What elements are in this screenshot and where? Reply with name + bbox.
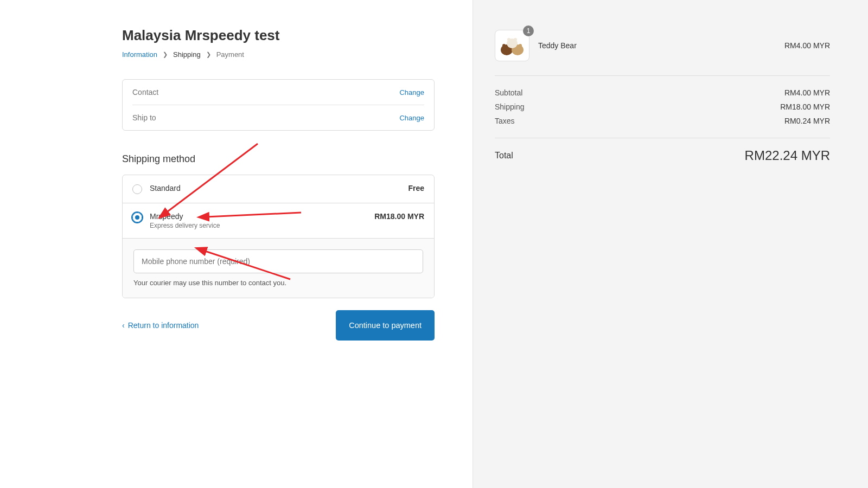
- breadcrumb-information[interactable]: Information: [122, 50, 157, 59]
- cart-item-name: Teddy Bear: [538, 41, 776, 50]
- grand-total-label: Total: [495, 151, 513, 160]
- shipping-option-standard[interactable]: Standard Free: [123, 175, 434, 203]
- change-shipto-link[interactable]: Change: [399, 114, 424, 122]
- breadcrumb-payment: Payment: [216, 50, 244, 59]
- shipping-options: Standard Free Mrspeedy Express delivery …: [122, 175, 435, 298]
- option-name-standard: Standard: [150, 184, 181, 192]
- breadcrumb: Information ❯ Shipping ❯ Payment: [122, 50, 435, 59]
- chevron-right-icon: ❯: [163, 51, 168, 58]
- radio-mrspeedy[interactable]: [132, 213, 142, 222]
- option-sub-mrspeedy: Express delivery service: [150, 222, 220, 229]
- shipto-row: Ship to Change: [132, 105, 424, 130]
- contact-label: Contact: [132, 88, 158, 97]
- grand-total-value: RM22.24 MYR: [745, 148, 830, 163]
- footer-nav: ‹ Return to information Continue to paym…: [122, 310, 435, 341]
- svg-point-6: [502, 44, 506, 47]
- phone-hint: Your courier may use this number to cont…: [133, 279, 423, 287]
- subtotal-value: RM4.00 MYR: [784, 88, 830, 97]
- phone-section: Your courier may use this number to cont…: [123, 238, 434, 298]
- order-summary-panel: 1 Teddy Bear RM4.00 MYR Subtotal RM4.00 …: [473, 0, 868, 488]
- cart-item: 1 Teddy Bear RM4.00 MYR: [495, 30, 830, 76]
- change-contact-link[interactable]: Change: [399, 88, 424, 97]
- svg-point-7: [519, 44, 522, 47]
- totals-block: Subtotal RM4.00 MYR Shipping RM18.00 MYR…: [495, 76, 830, 138]
- shipping-value: RM18.00 MYR: [780, 102, 830, 111]
- taxes-row: Taxes RM0.24 MYR: [495, 114, 830, 128]
- svg-point-8: [507, 38, 510, 41]
- cart-qty-badge: 1: [523, 25, 534, 36]
- option-name-mrspeedy: Mrspeedy: [150, 212, 220, 221]
- taxes-label: Taxes: [495, 117, 515, 125]
- shipping-method-title: Shipping method: [122, 153, 435, 165]
- continue-to-payment-button[interactable]: Continue to payment: [336, 310, 435, 341]
- product-thumbnail: 1: [495, 30, 529, 61]
- shipto-label: Ship to: [132, 113, 156, 122]
- contact-row: Contact Change: [132, 80, 424, 105]
- contact-ship-summary: Contact Change Ship to Change: [122, 79, 435, 131]
- return-label: Return to information: [128, 321, 199, 330]
- cart-item-price: RM4.00 MYR: [784, 41, 830, 50]
- taxes-value: RM0.24 MYR: [784, 117, 830, 125]
- svg-point-9: [514, 38, 517, 41]
- checkout-main-panel: Malaysia Mrspeedy test Information ❯ Shi…: [0, 0, 473, 488]
- chevron-right-icon: ❯: [206, 51, 211, 58]
- phone-input[interactable]: [133, 249, 423, 273]
- page-title: Malaysia Mrspeedy test: [122, 27, 435, 44]
- chevron-left-icon: ‹: [122, 321, 125, 330]
- shipping-option-mrspeedy[interactable]: Mrspeedy Express delivery service RM18.0…: [123, 203, 434, 238]
- breadcrumb-shipping: Shipping: [173, 50, 201, 59]
- subtotal-row: Subtotal RM4.00 MYR: [495, 86, 830, 100]
- subtotal-label: Subtotal: [495, 88, 522, 97]
- shipping-label: Shipping: [495, 102, 525, 111]
- radio-standard[interactable]: [132, 184, 142, 194]
- shipping-row: Shipping RM18.00 MYR: [495, 100, 830, 114]
- option-price-standard: Free: [408, 184, 424, 192]
- grand-total-row: Total RM22.24 MYR: [495, 138, 830, 163]
- return-to-information-link[interactable]: ‹ Return to information: [122, 321, 199, 330]
- option-price-mrspeedy: RM18.00 MYR: [374, 212, 424, 221]
